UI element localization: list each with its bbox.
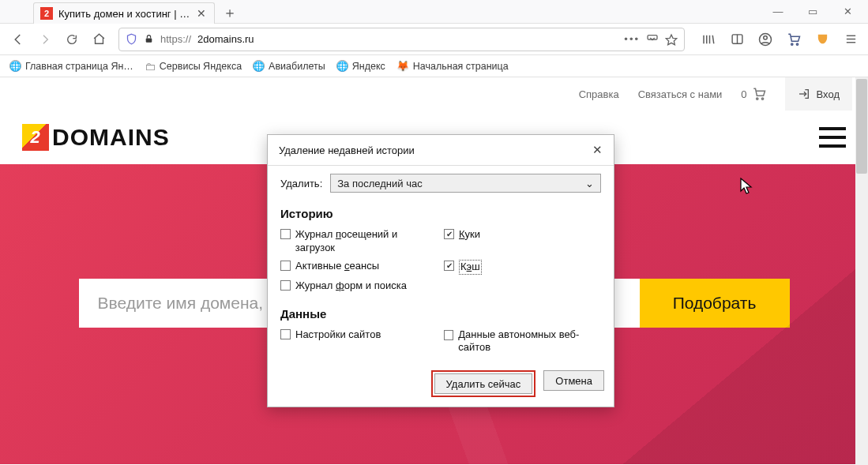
checkbox-icon: [280, 229, 291, 239]
bookmark-yandex[interactable]: 🌐Яндекс: [336, 60, 385, 72]
nav-reload-button[interactable]: [60, 28, 84, 51]
cart-count-value: 0: [741, 88, 746, 100]
checkbox-cache[interactable]: ✔Кэш: [444, 260, 601, 275]
svg-point-10: [764, 36, 768, 39]
nav-back-button[interactable]: [6, 28, 30, 51]
svg-point-12: [796, 43, 798, 44]
svg-point-17: [761, 98, 763, 99]
window-minimize-icon[interactable]: —: [761, 1, 795, 23]
nav-forward-button[interactable]: [33, 28, 57, 51]
bookmark-yandex-home[interactable]: 🌐Главная страница Ян…: [9, 60, 133, 72]
checkbox-form-history[interactable]: Журнал форм и поиска: [280, 279, 438, 293]
logo-text: DOMAINS: [52, 124, 170, 151]
nav-home-button[interactable]: [87, 28, 111, 51]
svg-point-11: [791, 43, 793, 44]
svg-line-6: [712, 35, 714, 43]
bookmark-start-page[interactable]: 🦊Начальная страница: [396, 60, 509, 72]
dialog-header: Удаление недавней истории ✕: [268, 135, 614, 166]
section-history-heading: Историю: [280, 207, 601, 220]
firefox-icon: 🦊: [396, 60, 409, 72]
library-icon[interactable]: [697, 28, 720, 51]
window-maximize-icon[interactable]: ▭: [795, 1, 830, 23]
tab-close-icon[interactable]: ✕: [197, 7, 206, 20]
tab-title: Купить домен и хостинг | 2do...: [58, 8, 191, 20]
shopping-cart-icon[interactable]: [783, 28, 805, 51]
checkbox-icon: [280, 280, 291, 291]
page-utility-bar: Справка Связаться с нами 0 Вход: [0, 77, 868, 111]
dialog-footer: Удалить сейчас Отмена: [268, 366, 614, 407]
checkbox-browsing-history[interactable]: Журнал посещений и загрузок: [280, 228, 438, 255]
logo-mark-icon: 2: [22, 124, 49, 151]
checkbox-icon: ✔: [444, 261, 454, 271]
bookmarks-bar: 🌐Главная страница Ян… 🗀Сервисы Яндекса 🌐…: [0, 55, 868, 77]
svg-marker-2: [666, 35, 676, 45]
bookmark-aviabilety[interactable]: 🌐Авиабилеты: [253, 60, 325, 72]
menu-icon[interactable]: [840, 28, 862, 51]
tab-favicon-icon: 2: [40, 7, 53, 20]
account-icon[interactable]: [754, 28, 776, 51]
checkbox-icon: [280, 329, 291, 339]
checkbox-site-settings[interactable]: Настройки сайтов: [280, 328, 438, 355]
delete-range-label: Удалить:: [280, 178, 322, 189]
browser-tab-active[interactable]: 2 Купить домен и хостинг | 2do... ✕: [33, 2, 215, 24]
chevron-down-icon: ⌄: [585, 178, 594, 189]
clear-history-dialog: Удаление недавней истории ✕ Удалить: За …: [267, 134, 614, 407]
window-titlebar: 2 Купить домен и хостинг | 2do... ✕ ＋ — …: [0, 0, 868, 24]
address-bar[interactable]: https://2domains.ru •••: [118, 28, 685, 51]
globe-icon: 🌐: [253, 60, 265, 72]
bookmark-yandex-services[interactable]: 🗀Сервисы Яндекса: [145, 60, 242, 73]
new-tab-button[interactable]: ＋: [220, 2, 240, 23]
checkbox-cookies[interactable]: ✔Куки: [444, 228, 601, 255]
sidebar-icon[interactable]: [726, 28, 748, 51]
checkbox-icon: [280, 261, 291, 271]
dialog-title: Удаление недавней истории: [279, 144, 415, 156]
more-actions-icon[interactable]: •••: [624, 33, 640, 45]
tab-strip: 2 Купить домен и хостинг | 2do... ✕ ＋: [33, 2, 240, 24]
help-link[interactable]: Справка: [579, 88, 619, 100]
nav-toolbar: https://2domains.ru •••: [0, 24, 868, 55]
svg-rect-1: [648, 35, 657, 39]
folder-icon: 🗀: [145, 60, 156, 73]
tracking-shield-icon[interactable]: [126, 33, 137, 45]
contact-link[interactable]: Связаться с нами: [638, 88, 723, 100]
lock-icon[interactable]: [144, 34, 154, 44]
site-menu-button[interactable]: [819, 127, 846, 148]
window-close-icon[interactable]: ✕: [830, 1, 865, 23]
reader-pocket-icon[interactable]: [646, 33, 659, 46]
time-range-value: За последний час: [337, 178, 422, 189]
clear-now-highlight: Удалить сейчас: [431, 370, 536, 397]
time-range-select[interactable]: За последний час ⌄: [330, 174, 601, 193]
dialog-close-icon[interactable]: ✕: [588, 141, 606, 159]
site-logo[interactable]: 2 DOMAINS: [22, 124, 170, 151]
checkbox-offline-data[interactable]: Данные автономных веб-сайтов: [444, 328, 601, 355]
checkbox-icon: [444, 330, 453, 340]
checkbox-icon: ✔: [444, 229, 454, 239]
bookmark-star-icon[interactable]: [665, 33, 678, 46]
login-label: Вход: [817, 88, 840, 100]
site-cart-button[interactable]: 0: [741, 87, 765, 101]
section-data-heading: Данные: [280, 307, 601, 321]
pocket-icon[interactable]: [811, 28, 833, 51]
login-button[interactable]: Вход: [785, 77, 852, 111]
checkbox-active-sessions[interactable]: Активные сеансы: [280, 260, 438, 275]
clear-now-button[interactable]: Удалить сейчас: [434, 373, 533, 394]
globe-icon: 🌐: [9, 60, 21, 72]
globe-icon: 🌐: [336, 60, 348, 72]
cancel-button[interactable]: Отмена: [543, 370, 604, 391]
svg-point-16: [756, 98, 757, 99]
scroll-thumb[interactable]: [856, 79, 867, 174]
url-host: 2domains.ru: [197, 33, 254, 45]
url-protocol: https://: [160, 33, 191, 45]
svg-rect-0: [146, 38, 152, 42]
page-scrollbar[interactable]: [855, 77, 868, 465]
